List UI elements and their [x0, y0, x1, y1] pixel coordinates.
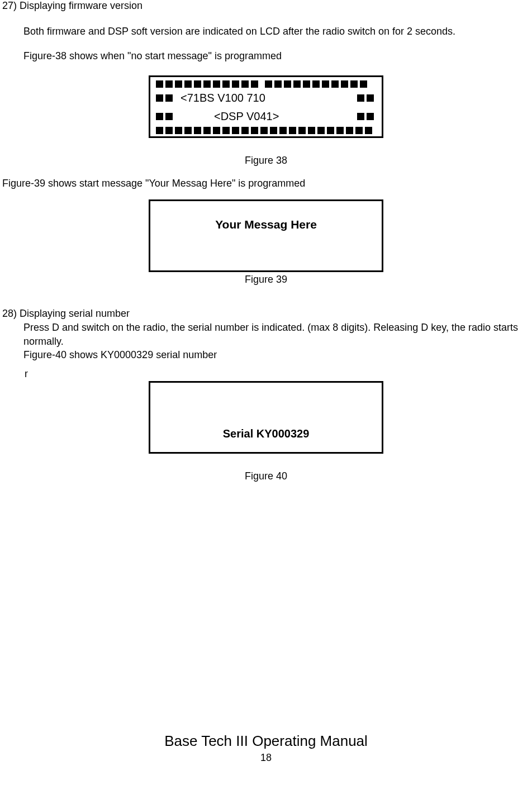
section-28-heading: 28) Displaying serial number — [2, 308, 530, 320]
lcd-line-2: <DSP V041> — [156, 107, 376, 126]
section-28-paragraph-1: Press D and switch on the radio, the ser… — [23, 321, 530, 348]
section-28-paragraph-2: Figure-40 shows KY0000329 serial number — [23, 348, 530, 361]
square-icon — [156, 94, 175, 102]
figure-39-caption: Figure 39 — [2, 274, 530, 286]
stray-character: r — [25, 368, 530, 380]
figure-39-intro: Figure-39 shows start message "Your Mess… — [2, 178, 530, 189]
lcd-bottom-border-squares — [156, 127, 376, 134]
figure-38-caption: Figure 38 — [2, 155, 530, 166]
lcd-figure-40: Serial KY000329 — [149, 381, 383, 454]
section-27-paragraph-1: Both firmware and DSP soft version are i… — [23, 22, 530, 41]
figure-39-text: Your Messag Here — [215, 218, 317, 231]
footer-title: Base Tech III Operating Manual — [0, 732, 532, 750]
square-icon — [357, 113, 376, 120]
figure-40-caption: Figure 40 — [2, 470, 530, 482]
footer-page-number: 18 — [0, 752, 532, 764]
section-27-paragraph-2: Figure-38 shows when "no start message" … — [23, 46, 530, 65]
page-footer: Base Tech III Operating Manual 18 — [0, 732, 532, 764]
lcd-line-1-text: <71BS V100 710 — [175, 90, 357, 106]
lcd-figure-38: <71BS V100 710 <DSP V041> — [149, 75, 383, 138]
figure-40-text: Serial KY000329 — [223, 427, 310, 440]
section-27-heading: 27) Displaying firmware version — [2, 0, 530, 12]
lcd-line-1: <71BS V100 710 — [156, 89, 376, 107]
square-icon — [156, 113, 175, 120]
lcd-figure-39: Your Messag Here — [149, 199, 383, 272]
lcd-top-border-squares — [156, 80, 376, 88]
lcd-line-2-text: <DSP V041> — [175, 108, 357, 125]
square-icon — [357, 94, 376, 102]
